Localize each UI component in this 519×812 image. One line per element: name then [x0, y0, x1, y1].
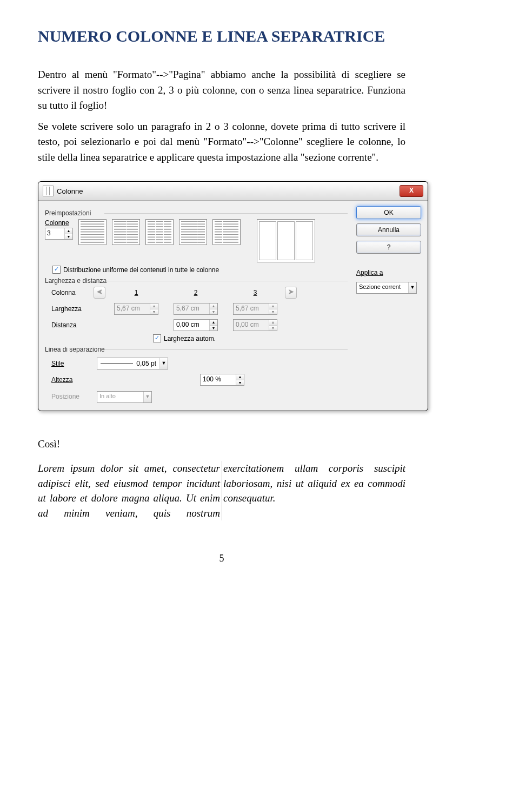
cancel-button[interactable]: Annulla [356, 223, 421, 236]
width-1-input[interactable]: 5,67 cm▲▼ [114, 303, 158, 315]
columns-count-label: Colonne [45, 219, 73, 227]
line-preview-icon [101, 364, 133, 364]
style-label: Stile [51, 360, 89, 367]
preset-left-wide[interactable] [179, 219, 207, 245]
page-number: 5 [38, 553, 405, 564]
prev-column-button[interactable]: ⮜ [94, 287, 105, 299]
separator-group-label: Linea di separazione [45, 346, 348, 353]
dialog-title: Colonne [57, 187, 83, 195]
presets-group-label: Preimpostazioni [45, 209, 348, 217]
auto-width-checkbox[interactable]: ✓ [153, 334, 161, 342]
dropdown-arrow-icon: ▼ [160, 358, 168, 369]
preset-right-wide[interactable] [212, 219, 241, 245]
position-value: In alto [97, 392, 144, 402]
columns-count-value: 3 [45, 228, 65, 239]
close-button[interactable]: X [400, 185, 423, 197]
width-2-input[interactable]: 5,67 cm▲▼ [174, 303, 218, 315]
apply-to-value: Sezione corrent [357, 282, 409, 293]
spinner-up-icon[interactable]: ▲ [65, 228, 72, 234]
apply-to-dropdown[interactable]: Sezione corrent ▼ [356, 282, 417, 294]
width-3-input[interactable]: 5,67 cm▲▼ [233, 303, 277, 315]
widths-group-label: Larghezza e distanza [45, 277, 348, 285]
uniform-distribution-checkbox[interactable]: ✓ [52, 266, 61, 274]
two-column-example: Lorem ipsum dolor sit amet, consectetur … [38, 461, 405, 520]
apply-to-label: Applica a [356, 269, 421, 276]
preset-3-columns[interactable] [145, 219, 174, 245]
height-input[interactable]: 100 %▲▼ [200, 374, 244, 386]
distance-2-input[interactable]: 0,00 cm▲▼ [233, 319, 277, 331]
intro-paragraph-2: Se volete scrivere solo un paragrafo in … [38, 119, 405, 166]
spinner-down-icon[interactable]: ▼ [65, 234, 72, 240]
line-style-dropdown[interactable]: 0,05 pt ▼ [97, 358, 168, 369]
distance-1-input[interactable]: 0,00 cm▲▼ [174, 319, 218, 331]
auto-width-label: Larghezza autom. [164, 335, 216, 342]
position-label: Posizione [51, 393, 89, 400]
help-button[interactable]: ? [356, 241, 421, 254]
position-dropdown[interactable]: In alto ▼ [97, 391, 152, 403]
columns-preview [257, 219, 315, 262]
column-header-label: Colonna [45, 289, 94, 296]
page-heading: NUMERO COLONNE E LINEA SEPARATRICE [38, 27, 405, 45]
dialog-titlebar: Colonne X [38, 182, 428, 201]
width-row-label: Larghezza [45, 305, 94, 313]
uniform-distribution-label: Distribuzione uniforme dei contenuti in … [63, 266, 219, 274]
col-3-header: 3 [225, 289, 285, 296]
distance-row-label: Distanza [45, 321, 94, 329]
line-style-value: 0,05 pt [136, 360, 156, 367]
dropdown-arrow-icon: ▼ [144, 392, 151, 402]
columns-count-spinner[interactable]: 3 ▲▼ [45, 228, 73, 240]
next-column-button[interactable]: ⮞ [285, 287, 297, 299]
col-2-header: 2 [166, 289, 225, 296]
intro-paragraph-1: Dentro al menù "Formato"-->"Pagina" abbi… [38, 67, 405, 114]
preset-1-column[interactable] [78, 219, 107, 245]
dropdown-arrow-icon: ▼ [409, 282, 416, 293]
example-caption: Così! [38, 438, 405, 450]
columns-app-icon [43, 186, 54, 196]
col-1-header: 1 [107, 289, 166, 296]
ok-button[interactable]: OK [356, 206, 421, 219]
columns-dialog: Colonne X Preimpostazioni Colonne 3 ▲▼ [38, 181, 428, 411]
preset-2-columns[interactable] [112, 219, 140, 245]
height-label: Altezza [51, 376, 89, 384]
